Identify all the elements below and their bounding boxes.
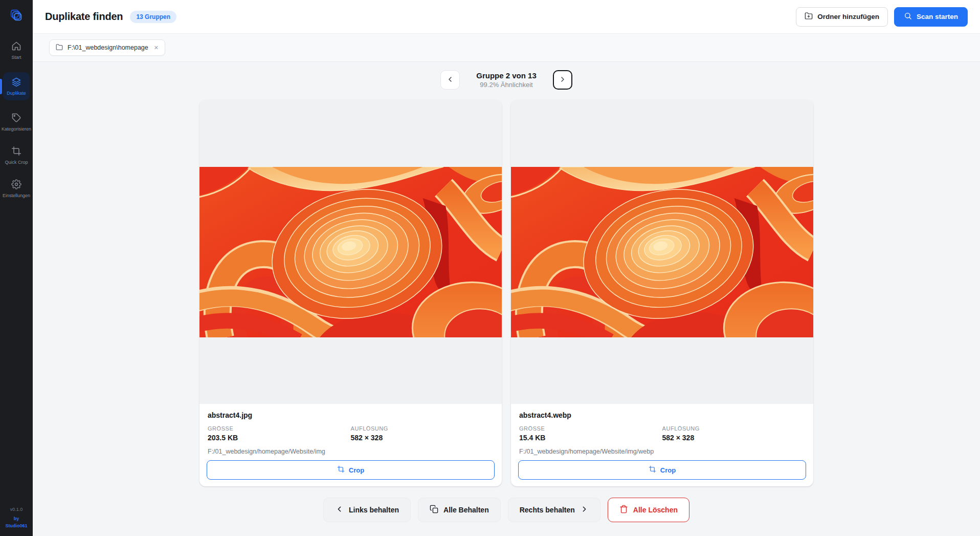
sidebar-item-duplikate[interactable]: Duplikate [3, 72, 30, 100]
layers-icon [11, 77, 21, 88]
crop-icon [649, 465, 656, 475]
page-title: Duplikate finden [45, 11, 123, 23]
size-label: GRÖSSE [208, 425, 351, 432]
file-info: abstract4.webp GRÖSSE 15.4 KB AUFLÖSUNG … [511, 404, 813, 455]
duplicate-card-right: abstract4.webp GRÖSSE 15.4 KB AUFLÖSUNG … [511, 100, 813, 486]
sidebar-item-label: Einstellungen [3, 193, 30, 198]
credit-by: by [5, 516, 27, 523]
scan-start-button[interactable]: Scan starten [894, 7, 968, 27]
gear-icon [11, 179, 21, 190]
sidebar-nav: Start Duplikate Kategorisieren Quick Cro… [0, 39, 33, 200]
chevron-left-icon [446, 75, 454, 85]
group-title: Gruppe 2 von 13 [468, 71, 545, 80]
version-number: v0.1.0 [5, 506, 27, 513]
chevron-left-icon [335, 505, 344, 515]
image-preview-area [511, 100, 813, 404]
active-indicator-bar [0, 79, 2, 94]
resolution-label: AUFLÖSUNG [351, 425, 494, 432]
preview-image [199, 167, 502, 337]
file-meta: GRÖSSE 15.4 KB AUFLÖSUNG 582 × 328 [519, 425, 805, 442]
sidebar-item-label: Duplikate [7, 91, 26, 96]
delete-all-button[interactable]: Alle Löschen [608, 498, 689, 522]
crop-icon [337, 465, 345, 475]
file-path: F:/01_webdesign/homepage/Website/img [208, 448, 494, 455]
folder-plus-icon [805, 12, 813, 22]
chevron-right-icon [559, 75, 567, 85]
trash-icon [619, 505, 628, 515]
keep-left-button[interactable]: Links behalten [323, 498, 411, 522]
crop-icon [11, 146, 21, 157]
sidebar-item-label: Quick Crop [5, 160, 28, 165]
delete-all-label: Alle Löschen [633, 506, 678, 514]
size-value: 15.4 KB [519, 434, 662, 442]
copy-icon [430, 505, 438, 515]
version-info: v0.1.0 by Studio061 [5, 506, 27, 530]
sidebar-item-kategorisieren[interactable]: Kategorisieren [2, 111, 31, 134]
keep-right-label: Rechts behalten [520, 506, 575, 514]
duplicate-cards: abstract4.jpg GRÖSSE 203.5 KB AUFLÖSUNG … [199, 100, 813, 486]
duplicate-card-left: abstract4.jpg GRÖSSE 203.5 KB AUFLÖSUNG … [199, 100, 502, 486]
filename: abstract4.webp [519, 411, 805, 419]
keep-all-label: Alle Behalten [443, 506, 489, 514]
sidebar-item-label: Kategorisieren [2, 126, 31, 132]
tag-icon [11, 113, 21, 124]
folder-chip[interactable]: F:\01_webdesign\homepage ✕ [49, 39, 165, 56]
preview-image [511, 167, 813, 337]
size-label: GRÖSSE [519, 425, 662, 432]
folder-icon [56, 44, 63, 52]
filename: abstract4.jpg [208, 411, 494, 419]
sidebar-item-label: Start [11, 55, 21, 60]
crop-button-label: Crop [349, 466, 364, 474]
add-folder-button[interactable]: Ordner hinzufügen [796, 7, 888, 27]
bottom-action-bar: Links behalten Alle Behalten Rechts beha… [323, 498, 689, 522]
topbar-actions: Ordner hinzufügen Scan starten [796, 7, 968, 27]
app-logo-icon [0, 0, 33, 31]
image-preview-area [199, 100, 502, 404]
keep-right-button[interactable]: Rechts behalten [508, 498, 600, 522]
sidebar-item-quick-crop[interactable]: Quick Crop [2, 144, 31, 167]
search-icon [904, 12, 912, 22]
content: Gruppe 2 von 13 99.2% Ähnlichkeit abstra… [33, 62, 980, 536]
chevron-right-icon [580, 505, 589, 515]
topbar: Duplikate finden 13 Gruppen Ordner hinzu… [33, 0, 980, 34]
size-value: 203.5 KB [208, 434, 351, 442]
sidebar: Start Duplikate Kategorisieren Quick Cro… [0, 0, 33, 536]
previous-group-button[interactable] [440, 70, 460, 90]
folder-chip-path: F:\01_webdesign\homepage [68, 44, 148, 51]
credit-name: Studio061 [5, 523, 27, 530]
resolution-label: AUFLÖSUNG [662, 425, 806, 432]
file-path: F:/01_webdesign/homepage/Website/img/web… [519, 448, 805, 455]
add-folder-label: Ordner hinzufügen [817, 13, 879, 20]
group-count-badge: 13 Gruppen [130, 11, 176, 23]
folder-chip-bar: F:\01_webdesign\homepage ✕ [33, 34, 980, 62]
group-similarity: 99.2% Ähnlichkeit [468, 81, 545, 89]
main-area: Duplikate finden 13 Gruppen Ordner hinzu… [33, 0, 980, 536]
keep-left-label: Links behalten [349, 506, 399, 514]
group-navigation: Gruppe 2 von 13 99.2% Ähnlichkeit [440, 70, 572, 90]
file-info: abstract4.jpg GRÖSSE 203.5 KB AUFLÖSUNG … [199, 404, 502, 455]
resolution-value: 582 × 328 [662, 434, 806, 442]
keep-all-button[interactable]: Alle Behalten [418, 498, 501, 522]
crop-button-label: Crop [660, 466, 676, 474]
next-group-button[interactable] [553, 70, 572, 90]
file-meta: GRÖSSE 203.5 KB AUFLÖSUNG 582 × 328 [208, 425, 494, 442]
scan-start-label: Scan starten [917, 13, 958, 20]
home-icon [11, 41, 21, 52]
sidebar-item-start[interactable]: Start [2, 39, 31, 62]
resolution-value: 582 × 328 [351, 434, 494, 442]
sidebar-item-einstellungen[interactable]: Einstellungen [2, 177, 31, 200]
close-icon[interactable]: ✕ [154, 45, 159, 51]
crop-button[interactable]: Crop [207, 460, 495, 480]
group-info: Gruppe 2 von 13 99.2% Ähnlichkeit [468, 71, 545, 89]
crop-button[interactable]: Crop [518, 460, 806, 480]
